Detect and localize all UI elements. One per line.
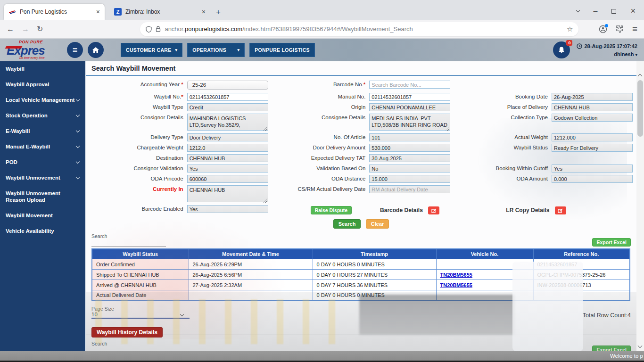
sidebar-item-waybill[interactable]: Waybill [0, 61, 85, 77]
ponpure-favicon [8, 8, 16, 16]
waybill-no-input[interactable] [187, 93, 268, 101]
page-size-select[interactable]: 10 [91, 312, 190, 319]
vehicle-no-link[interactable]: TN20BM5655 [440, 272, 472, 278]
booking-within-cutoff-input[interactable] [552, 165, 633, 173]
consignee-details-textarea[interactable]: MEDI SALES INDIA PVT LTD,508/3B INNER RI… [369, 114, 450, 131]
place-of-delivery-input[interactable] [552, 103, 633, 111]
reload-button[interactable]: ↻ [37, 25, 43, 33]
oda-distance-input[interactable] [369, 175, 450, 183]
vertical-scrollbar[interactable] [636, 61, 644, 351]
sidebar-item-vehicle-availability[interactable]: Vehicle Availability [0, 223, 85, 239]
chargeable-weight-input[interactable] [187, 144, 268, 152]
chevron-down-icon [76, 159, 80, 163]
bookmark-star-icon[interactable]: ☆ [567, 25, 573, 33]
accounting-year-select[interactable]: 25-26 [187, 81, 268, 90]
scroll-down-icon[interactable] [638, 344, 643, 348]
cell-vehicle-no: TN20BM5655 [436, 280, 533, 290]
actual-weight-label: Actual Weight [462, 133, 552, 140]
table1-export-excel-button[interactable]: Export Excel [592, 238, 631, 247]
lr-copy-details-edit-button[interactable] [555, 206, 566, 214]
zimbra-favicon: Z [114, 8, 122, 16]
chevron-down-icon [76, 98, 80, 101]
barcode-enabled-input[interactable] [187, 205, 268, 213]
column-header-timestamp: Timestamp [313, 249, 436, 259]
table1-search-input[interactable] [91, 239, 166, 247]
back-button[interactable]: ← [7, 25, 14, 33]
home-button[interactable] [88, 42, 104, 58]
actual-weight-input[interactable] [552, 133, 633, 141]
sidebar-item-stock-operation[interactable]: Stock Operation [0, 108, 85, 123]
waybill-status-input[interactable] [552, 144, 633, 152]
waybill-history-details-button[interactable]: Waybill History Details [91, 327, 163, 337]
table2-search-input[interactable] [91, 346, 166, 352]
tab-close-icon[interactable]: × [96, 8, 100, 16]
sidebar-item-e-waybill[interactable]: E-Waybill [0, 123, 85, 139]
delivery-type-input[interactable] [187, 133, 268, 141]
table2-export-excel-button[interactable]: Export Excel [592, 346, 631, 352]
total-row-count: Total Row Count:4 [583, 312, 631, 319]
manual-no-input[interactable] [369, 93, 450, 101]
expected-delivery-tat-input[interactable] [369, 154, 450, 162]
sidebar-item-waybill-movement[interactable]: Waybill Movement [0, 208, 85, 223]
nav-customer-care[interactable]: CUSTOMER CARE ▾ [121, 43, 182, 57]
cell-movement-date: 26-Aug-2025 6:29PM [189, 259, 313, 270]
validation-based-on-input[interactable] [369, 165, 450, 173]
cell-vehicle-no: TN20BM5655 [436, 270, 533, 280]
forward-button[interactable]: → [22, 25, 29, 33]
sidebar-item-local-vehicle-management[interactable]: Local Vehicle Management [0, 92, 85, 108]
extensions-puzzle-icon[interactable] [616, 25, 624, 33]
oda-amount-input[interactable] [552, 175, 633, 183]
nav-label: CUSTOMER CARE [126, 47, 171, 53]
main-content: Search Waybill Movement Accounting Year … [86, 61, 636, 351]
collection-type-input[interactable] [552, 114, 633, 122]
nav-operations[interactable]: OPERATIONS ▾ [187, 43, 245, 57]
manual-no-label: Manual No. [280, 93, 369, 99]
window-minimize-button[interactable]: – [594, 7, 598, 16]
tab-list-chevron-icon[interactable] [576, 8, 579, 12]
booking-date-input[interactable] [552, 93, 633, 101]
search-button[interactable]: Search [333, 219, 361, 229]
cs-rm-actual-delivery-date-input[interactable] [369, 185, 450, 193]
sidebar-item-waybill-approval[interactable]: Waybill Approval [0, 77, 85, 92]
barcode-details-edit-button[interactable] [428, 206, 439, 214]
clear-button[interactable]: Clear [366, 219, 389, 229]
hamburger-menu-button[interactable]: ≡ [67, 42, 83, 58]
raise-dispute-button[interactable]: Raise Dispute [311, 206, 352, 214]
oda-pincode-input[interactable] [187, 175, 268, 183]
cell-timestamp: 0 DAY 7 HOURS 36 MINUTES [313, 280, 436, 290]
sidebar-item-waybill-unmovement-reason-upload[interactable]: Waybill Unmovement Reason Upload [0, 186, 85, 208]
window-maximize-button[interactable] [611, 9, 616, 14]
notification-count-badge: 0 [566, 40, 572, 46]
vehicle-no-link[interactable]: TN20BM5655 [440, 282, 472, 288]
tab-close-icon[interactable]: × [202, 8, 206, 16]
waybill-type-input[interactable] [187, 103, 268, 111]
new-tab-button[interactable]: + [216, 8, 221, 17]
tab-pon-pure-logistics[interactable]: Pon Pure Logistics × [4, 4, 105, 20]
logo-main-text: Expres [7, 44, 62, 57]
address-bar[interactable]: anchor.ponpurelogistics.com/index.html?6… [140, 22, 578, 36]
consignor-validation-input[interactable] [187, 165, 268, 173]
notifications-button[interactable]: 0 [553, 41, 570, 58]
scrollbar-thumb[interactable] [637, 80, 643, 137]
door-delivery-amount-input[interactable] [369, 144, 450, 152]
destination-input[interactable] [187, 154, 268, 162]
page-size-label: Page Size [91, 306, 190, 312]
window-close-button[interactable]: × [630, 6, 636, 16]
tab-zimbra-inbox[interactable]: Z Zimbra: Inbox × [109, 4, 210, 20]
barcode-no-input[interactable] [369, 81, 450, 89]
origin-input[interactable] [369, 103, 450, 111]
header-datetime: 28-Aug-2025 17:07:42 [577, 43, 637, 49]
no-of-article-input[interactable] [369, 133, 450, 141]
user-menu[interactable]: dhinesh ▾ [614, 51, 637, 57]
sidebar-item-pod[interactable]: POD [0, 155, 85, 170]
consignor-details-textarea[interactable]: MAHINDRA LOGISTICS LTD,Survey No.352/9, … [187, 114, 268, 131]
browser-menu-icon[interactable]: ≡ [632, 24, 637, 34]
cell-reference-no [533, 290, 630, 301]
scroll-up-icon[interactable] [638, 74, 643, 79]
nav-ponpure-logistics[interactable]: PONPURE LOGISTICS [249, 43, 315, 57]
account-icon[interactable] [599, 25, 607, 33]
currently-in-textarea[interactable]: CHENNAI HUB [187, 185, 268, 202]
sidebar-item-manual-e-waybill[interactable]: Manual E-Waybill [0, 139, 85, 155]
sidebar-item-waybill-unmovement[interactable]: Waybill Unmovement [0, 170, 85, 186]
table-row: Actual Delivered Date 0 DAY 0 HOURS 0 MI… [92, 290, 630, 301]
